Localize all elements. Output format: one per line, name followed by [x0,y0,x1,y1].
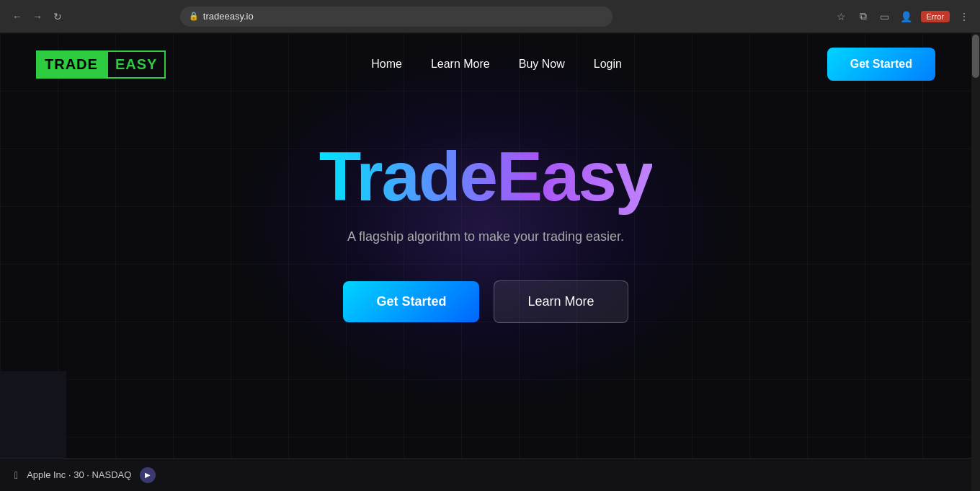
browser-right-icons: ☆ ⧉ ▭ 👤 Error ⋮ [834,9,971,24]
logo-trade: TRADE [36,50,107,79]
hero-get-started-button[interactable]: Get Started [343,281,479,322]
nav-links: Home Learn More Buy Now Login [371,58,622,71]
lock-icon: 🔒 [189,12,199,21]
scrollbar-thumb[interactable] [972,35,979,78]
scrollbar-track[interactable] [971,33,980,491]
star-icon[interactable]: ☆ [834,9,849,24]
hero-subtitle: A flagship algorithm to make your tradin… [347,229,624,244]
nav-home[interactable]: Home [371,58,402,70]
profile-icon[interactable]: 👤 [899,9,914,24]
extensions-icon[interactable]: ⧉ [856,9,870,24]
sidebar-icon[interactable]: ▭ [878,9,892,24]
logo: TRADE EASY [36,50,166,79]
forward-button[interactable]: → [29,8,46,25]
address-bar[interactable]: 🔒 tradeeasy.io [180,6,612,27]
browser-chrome: ← → ↻ 🔒 tradeeasy.io ☆ ⧉ ▭ 👤 Error ⋮ [0,0,980,33]
hero-buttons: Get Started Learn More [343,280,628,323]
back-button[interactable]: ← [9,8,26,25]
ticker-bar:  Apple Inc · 30 · NASDAQ ▶ [0,458,971,491]
nav-login[interactable]: Login [594,58,622,70]
navbar: TRADE EASY Home Learn More Buy Now Login… [0,33,971,95]
error-badge: Error [921,11,950,22]
url-text: tradeeasy.io [203,11,254,22]
menu-icon[interactable]: ⋮ [957,9,971,24]
website-content: TRADE EASY Home Learn More Buy Now Login… [0,33,971,491]
hero-title: TradeEasy [319,138,652,215]
ticker-play-button[interactable]: ▶ [140,467,156,483]
side-panel [0,371,66,458]
apple-logo-icon:  [14,469,18,481]
nav-buy-now[interactable]: Buy Now [519,58,565,70]
nav-learn-more[interactable]: Learn More [431,58,490,70]
nav-get-started-button[interactable]: Get Started [827,48,935,81]
reload-button[interactable]: ↻ [49,8,66,25]
hero-section: TradeEasy A flagship algorithm to make y… [0,95,971,323]
browser-nav-buttons: ← → ↻ [9,8,66,25]
ticker-text: Apple Inc · 30 · NASDAQ [27,469,131,480]
logo-easy: EASY [107,50,166,79]
hero-learn-more-button[interactable]: Learn More [494,280,628,323]
